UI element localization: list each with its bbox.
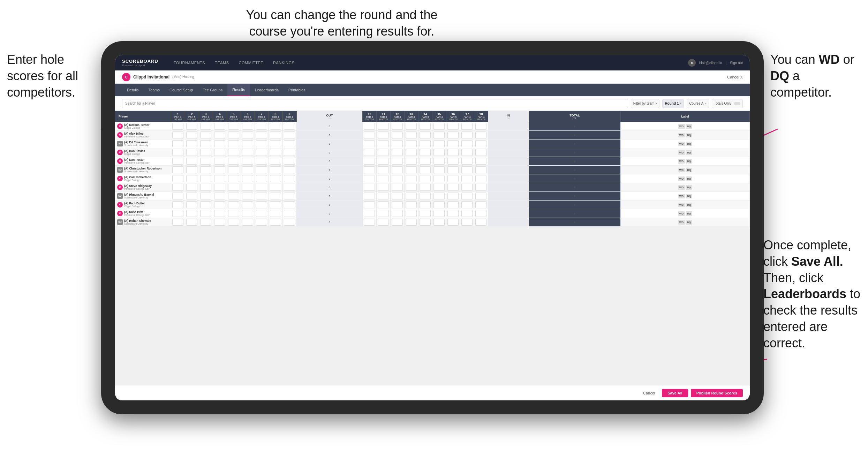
score-input-h13[interactable] — [406, 123, 417, 130]
score-input-h10[interactable] — [364, 210, 375, 217]
score-input-h5[interactable] — [228, 219, 239, 226]
sub-nav-results[interactable]: Results — [227, 84, 250, 96]
dq-button[interactable]: DQ — [686, 159, 692, 164]
score-input-h7[interactable] — [256, 175, 267, 182]
score-input-h4[interactable] — [214, 193, 225, 199]
dq-button[interactable]: DQ — [686, 168, 692, 172]
score-input-h11[interactable] — [378, 219, 389, 226]
score-input-h10[interactable] — [364, 158, 375, 165]
score-input-h4[interactable] — [214, 201, 225, 208]
score-input-h8[interactable] — [270, 193, 281, 199]
score-input-h14[interactable] — [420, 201, 431, 208]
score-input-h3[interactable] — [200, 131, 211, 138]
score-input-h5[interactable] — [228, 140, 239, 147]
score-input-h7[interactable] — [256, 158, 267, 165]
score-input-h6[interactable] — [242, 184, 253, 191]
sub-nav-leaderboards[interactable]: Leaderboards — [250, 84, 284, 96]
wd-button[interactable]: WD — [678, 133, 685, 137]
dq-button[interactable]: DQ — [686, 220, 692, 225]
score-input-h9[interactable] — [284, 149, 295, 156]
score-input-h11[interactable] — [378, 131, 389, 138]
score-input-h12[interactable] — [392, 149, 403, 156]
score-input-h5[interactable] — [228, 149, 239, 156]
wd-button[interactable]: WD — [678, 220, 685, 225]
score-input-h18[interactable] — [475, 210, 486, 217]
score-input-h2[interactable] — [186, 131, 197, 138]
score-input-h4[interactable] — [214, 175, 225, 182]
wd-button[interactable]: WD — [678, 211, 685, 216]
score-input-h14[interactable] — [420, 149, 431, 156]
score-input-h16[interactable] — [447, 140, 459, 147]
score-input-h1[interactable] — [172, 184, 183, 191]
score-input-h2[interactable] — [186, 184, 197, 191]
score-input-h3[interactable] — [200, 149, 211, 156]
score-input-h5[interactable] — [228, 175, 239, 182]
dq-button[interactable]: DQ — [686, 124, 692, 129]
score-input-h16[interactable] — [447, 184, 459, 191]
score-input-h6[interactable] — [242, 175, 253, 182]
score-input-h3[interactable] — [200, 140, 211, 147]
score-input-h1[interactable] — [172, 219, 183, 226]
wd-button[interactable]: WD — [678, 159, 685, 164]
wd-button[interactable]: WD — [678, 142, 685, 146]
score-input-h13[interactable] — [406, 166, 417, 173]
dq-button[interactable]: DQ — [686, 203, 692, 207]
score-input-h11[interactable] — [378, 123, 389, 130]
score-input-h6[interactable] — [242, 149, 253, 156]
wd-button[interactable]: WD — [678, 124, 685, 129]
nav-item-tournaments[interactable]: TOURNAMENTS — [169, 55, 210, 70]
score-input-h15[interactable] — [433, 193, 445, 199]
score-input-h1[interactable] — [172, 123, 183, 130]
score-input-h5[interactable] — [228, 201, 239, 208]
score-input-h18[interactable] — [475, 149, 486, 156]
score-input-h12[interactable] — [392, 158, 403, 165]
score-input-h17[interactable] — [461, 123, 473, 130]
score-input-h9[interactable] — [284, 210, 295, 217]
score-input-h1[interactable] — [172, 166, 183, 173]
score-input-h8[interactable] — [270, 158, 281, 165]
score-input-h14[interactable] — [420, 158, 431, 165]
score-input-h15[interactable] — [433, 219, 445, 226]
score-input-h18[interactable] — [475, 131, 486, 138]
search-input[interactable] — [122, 99, 628, 108]
score-input-h1[interactable] — [172, 175, 183, 182]
round-select[interactable]: Round 1 ▾ — [662, 99, 684, 108]
score-input-h15[interactable] — [433, 184, 445, 191]
dq-button[interactable]: DQ — [686, 142, 692, 146]
score-input-h11[interactable] — [378, 201, 389, 208]
score-input-h2[interactable] — [186, 193, 197, 199]
score-input-h10[interactable] — [364, 175, 375, 182]
score-input-h14[interactable] — [420, 210, 431, 217]
score-input-h3[interactable] — [200, 184, 211, 191]
score-input-h13[interactable] — [406, 158, 417, 165]
score-input-h14[interactable] — [420, 219, 431, 226]
totals-only-toggle[interactable]: Totals Only — [712, 99, 743, 108]
score-input-h2[interactable] — [186, 158, 197, 165]
score-input-h4[interactable] — [214, 166, 225, 173]
score-input-h2[interactable] — [186, 175, 197, 182]
score-input-h3[interactable] — [200, 193, 211, 199]
score-input-h7[interactable] — [256, 149, 267, 156]
dq-button[interactable]: DQ — [686, 211, 692, 216]
score-input-h9[interactable] — [284, 184, 295, 191]
wd-button[interactable]: WD — [678, 185, 685, 190]
score-input-h18[interactable] — [475, 175, 486, 182]
score-input-h9[interactable] — [284, 158, 295, 165]
score-input-h5[interactable] — [228, 166, 239, 173]
nav-item-rankings[interactable]: RANKINGS — [268, 55, 299, 70]
cancel-tournament-btn[interactable]: Cancel X — [727, 75, 743, 79]
score-input-h3[interactable] — [200, 175, 211, 182]
score-input-h8[interactable] — [270, 123, 281, 130]
score-input-h13[interactable] — [406, 140, 417, 147]
score-input-h2[interactable] — [186, 201, 197, 208]
score-input-h18[interactable] — [475, 201, 486, 208]
score-input-h12[interactable] — [392, 140, 403, 147]
save-all-button[interactable]: Save All — [662, 389, 688, 397]
score-input-h4[interactable] — [214, 123, 225, 130]
score-input-h5[interactable] — [228, 193, 239, 199]
score-input-h11[interactable] — [378, 166, 389, 173]
dq-button[interactable]: DQ — [686, 176, 692, 181]
score-input-h11[interactable] — [378, 158, 389, 165]
score-input-h13[interactable] — [406, 131, 417, 138]
nav-item-committee[interactable]: COMMITTEE — [234, 55, 269, 70]
